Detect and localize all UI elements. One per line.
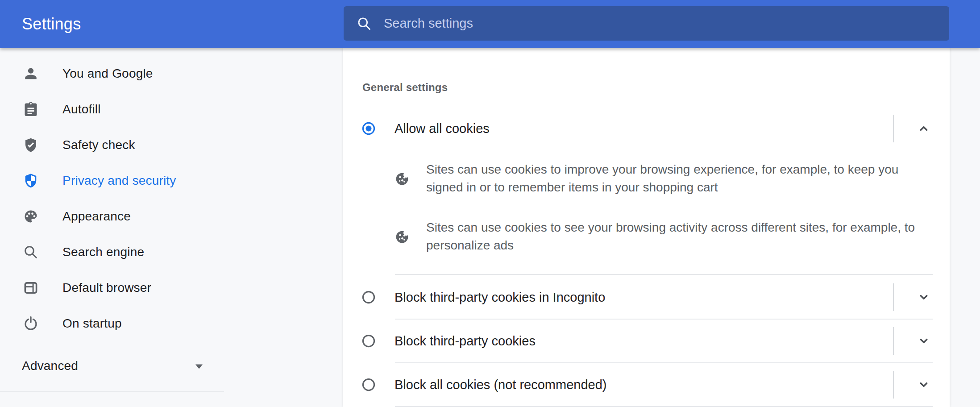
search-input[interactable]: [384, 16, 949, 31]
cookie-description: Sites can use cookies to improve your br…: [426, 161, 935, 196]
sidebar-item-on-startup[interactable]: On startup: [0, 306, 224, 341]
chevron-up-icon: [917, 121, 931, 136]
sidebar-item-label: Search engine: [62, 245, 144, 259]
expand-button[interactable]: [914, 375, 934, 395]
advanced-button[interactable]: Advanced: [0, 348, 224, 384]
sidebar-item-autofill[interactable]: Autofill: [0, 91, 224, 127]
privacy-shield-icon: [23, 173, 39, 189]
sidebar-item-label: Appearance: [62, 209, 131, 224]
settings-card: General settings Allow all cookies Sites…: [343, 48, 950, 407]
sidebar-divider: [0, 391, 224, 392]
page-title: Settings: [22, 15, 81, 33]
radio-button[interactable]: [362, 122, 375, 135]
radio-button[interactable]: [362, 291, 375, 304]
separator: [893, 327, 894, 355]
browser-window-icon: [23, 280, 39, 296]
search-icon: [23, 244, 39, 260]
sidebar-item-label: On startup: [62, 316, 122, 331]
section-title: General settings: [362, 81, 448, 94]
sidebar-item-default-browser[interactable]: Default browser: [0, 270, 224, 306]
sidebar-item-label: Autofill: [62, 102, 101, 116]
chrome-settings-page: { "header": { "title": "Settings", "sear…: [0, 0, 980, 407]
sidebar-item-safety-check[interactable]: Safety check: [0, 127, 224, 163]
sidebar-item-appearance[interactable]: Appearance: [0, 199, 224, 234]
collapse-button[interactable]: [914, 119, 934, 139]
cookie-icon: [395, 230, 409, 244]
chevron-down-icon: [917, 334, 931, 348]
sidebar-item-you-and-google[interactable]: You and Google: [0, 56, 224, 91]
sidebar: You and Google Autofill Safety check: [0, 48, 343, 407]
expand-button[interactable]: [914, 331, 934, 352]
option-block-third-party-incognito[interactable]: Block third-party cookies in Incognito: [343, 283, 950, 311]
option-label: Block third-party cookies: [394, 327, 536, 355]
sidebar-menu: You and Google Autofill Safety check: [0, 56, 224, 341]
sidebar-item-label: Privacy and security: [62, 174, 176, 188]
sidebar-item-label: Default browser: [62, 281, 151, 295]
cookie-icon: [395, 172, 409, 186]
header: Settings: [0, 0, 980, 48]
radio-button[interactable]: [362, 378, 375, 391]
option-label: Block third-party cookies in Incognito: [394, 283, 605, 311]
sidebar-item-label: Safety check: [62, 138, 135, 152]
search-icon: [356, 16, 372, 32]
dropdown-arrow-icon: [192, 359, 206, 373]
sidebar-item-privacy-and-security[interactable]: Privacy and security: [0, 163, 224, 199]
expand-button[interactable]: [914, 287, 934, 308]
sidebar-item-search-engine[interactable]: Search engine: [0, 234, 224, 270]
clipboard-icon: [23, 101, 39, 117]
option-allow-all-cookies[interactable]: Allow all cookies: [343, 115, 950, 142]
sidebar-item-label: You and Google: [62, 66, 153, 81]
advanced-label: Advanced: [22, 359, 78, 373]
cookie-description: Sites can use cookies to see your browsi…: [426, 219, 935, 254]
separator: [893, 371, 894, 399]
chevron-down-icon: [917, 290, 931, 304]
row-divider: [395, 362, 933, 363]
shield-check-icon: [23, 137, 39, 153]
row-divider: [395, 319, 933, 320]
separator: [893, 115, 894, 142]
chevron-down-icon: [917, 378, 931, 392]
radio-button[interactable]: [362, 334, 375, 348]
option-label: Block all cookies (not recommended): [394, 371, 606, 399]
person-icon: [23, 66, 39, 82]
separator: [893, 283, 894, 311]
power-icon: [23, 316, 39, 332]
option-block-all-cookies[interactable]: Block all cookies (not recommended): [343, 371, 950, 399]
option-label: Allow all cookies: [394, 115, 490, 142]
row-divider: [395, 274, 933, 275]
option-block-third-party[interactable]: Block third-party cookies: [343, 327, 950, 355]
search-settings-box[interactable]: [344, 6, 949, 41]
palette-icon: [23, 208, 39, 224]
